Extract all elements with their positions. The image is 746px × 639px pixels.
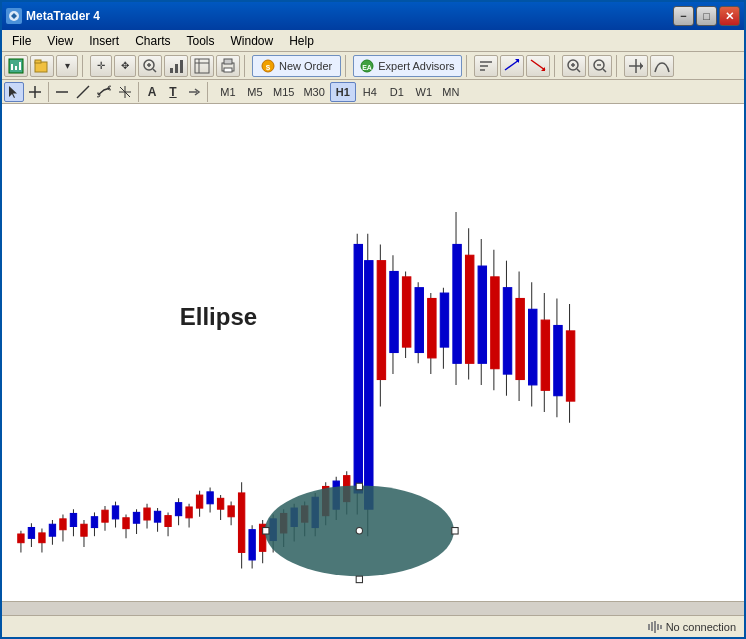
toolbar-sync-btn[interactable]: [624, 55, 648, 77]
svg-line-45: [77, 86, 89, 98]
toolbar-sep6: [616, 55, 620, 77]
tf-m1[interactable]: M1: [215, 82, 241, 102]
tf-m30[interactable]: M30: [299, 82, 328, 102]
toolbar2-sep3: [207, 82, 208, 102]
tool-trend-btn[interactable]: [94, 82, 114, 102]
chart-area[interactable]: Ellipse: [2, 104, 744, 601]
svg-rect-121: [390, 271, 398, 352]
svg-rect-131: [453, 244, 461, 363]
svg-rect-139: [503, 288, 511, 374]
svg-rect-95: [238, 493, 244, 552]
menu-insert[interactable]: Insert: [81, 32, 127, 50]
svg-rect-91: [217, 498, 223, 509]
svg-rect-13: [180, 60, 183, 73]
handle-center[interactable]: [356, 528, 362, 534]
toolbar-crosshair-btn[interactable]: ✛: [90, 55, 112, 77]
svg-text:$: $: [266, 63, 271, 72]
toolbar-zoomout-btn[interactable]: [588, 55, 612, 77]
svg-marker-39: [640, 62, 643, 70]
ellipse-label: Ellipse: [180, 303, 257, 331]
toolbar-move-btn[interactable]: ✥: [114, 55, 136, 77]
svg-rect-143: [529, 309, 537, 385]
svg-rect-77: [144, 508, 150, 520]
toolbar2-sep2: [138, 82, 139, 102]
svg-rect-125: [415, 288, 423, 353]
toolbar-sep5: [554, 55, 558, 77]
svg-rect-149: [566, 331, 574, 401]
toolbar-zoomin2-btn[interactable]: [562, 55, 586, 77]
svg-rect-127: [428, 298, 436, 357]
svg-rect-81: [165, 516, 171, 527]
toolbar-sort-btn[interactable]: [474, 55, 498, 77]
svg-rect-141: [516, 298, 524, 379]
svg-rect-117: [365, 261, 373, 510]
tf-m5[interactable]: M5: [242, 82, 268, 102]
handle-right[interactable]: [452, 528, 458, 534]
svg-rect-123: [402, 277, 410, 347]
horizontal-scrollbar[interactable]: [2, 601, 744, 615]
toolbar-new-chart-btn[interactable]: [4, 55, 28, 77]
tool-text-btn[interactable]: A: [142, 82, 162, 102]
toolbar1: ▾ ✛ ✥ $ New Order EA Expert Advisors: [2, 52, 744, 80]
tf-d1[interactable]: D1: [384, 82, 410, 102]
minimize-button[interactable]: −: [673, 6, 694, 26]
svg-rect-129: [440, 293, 448, 347]
svg-rect-97: [249, 530, 255, 560]
svg-rect-59: [49, 524, 55, 536]
tool-arrow-btn[interactable]: [184, 82, 204, 102]
svg-rect-6: [35, 60, 41, 63]
svg-rect-93: [228, 506, 234, 517]
handle-left[interactable]: [263, 528, 269, 534]
expert-advisors-label: Expert Advisors: [378, 60, 454, 72]
svg-rect-12: [175, 64, 178, 73]
maximize-button[interactable]: □: [696, 6, 717, 26]
toolbar-chart-props-btn[interactable]: [164, 55, 188, 77]
handle-top[interactable]: [356, 483, 362, 489]
tool-diag-btn[interactable]: [73, 82, 93, 102]
svg-rect-61: [60, 519, 66, 530]
tf-h1[interactable]: H1: [330, 82, 356, 102]
toolbar-open-btn[interactable]: [30, 55, 54, 77]
svg-rect-67: [91, 517, 97, 528]
tool-crosshair-btn[interactable]: [25, 82, 45, 102]
svg-line-8: [153, 69, 156, 72]
menu-file[interactable]: File: [4, 32, 39, 50]
timeframe-buttons: M1 M5 M15 M30 H1 H4 D1 W1 MN: [215, 82, 464, 102]
window-title: MetaTrader 4: [26, 9, 100, 23]
close-button[interactable]: ✕: [719, 6, 740, 26]
tool-label-btn[interactable]: T: [163, 82, 183, 102]
svg-text:EA: EA: [362, 64, 372, 71]
toolbar-sell-btn[interactable]: [526, 55, 550, 77]
toolbar-indicator-btn[interactable]: [650, 55, 674, 77]
svg-rect-73: [123, 518, 129, 529]
toolbar-template-btn[interactable]: [190, 55, 214, 77]
toolbar-dropdown-btn[interactable]: ▾: [56, 55, 78, 77]
svg-rect-18: [224, 59, 232, 64]
toolbar-buy-btn[interactable]: [500, 55, 524, 77]
tool-line-btn[interactable]: [52, 82, 72, 102]
menu-tools[interactable]: Tools: [179, 32, 223, 50]
toolbar-print-btn[interactable]: [216, 55, 240, 77]
tool-crosslines-btn[interactable]: [115, 82, 135, 102]
svg-rect-63: [70, 513, 76, 526]
tf-h4[interactable]: H4: [357, 82, 383, 102]
toolbar-sep2: [244, 55, 248, 77]
menu-charts[interactable]: Charts: [127, 32, 178, 50]
tool-cursor-btn[interactable]: [4, 82, 24, 102]
expert-advisors-button[interactable]: EA Expert Advisors: [353, 55, 461, 77]
menu-view[interactable]: View: [39, 32, 81, 50]
app-icon: [6, 8, 22, 24]
menu-help[interactable]: Help: [281, 32, 322, 50]
status-indicator: No connection: [648, 621, 736, 633]
menu-window[interactable]: Window: [223, 32, 282, 50]
tf-w1[interactable]: W1: [411, 82, 437, 102]
toolbar-zoomin-btn[interactable]: [138, 55, 162, 77]
handle-bottom[interactable]: [356, 576, 362, 582]
tf-m15[interactable]: M15: [269, 82, 298, 102]
svg-rect-11: [170, 68, 173, 73]
new-order-button[interactable]: $ New Order: [252, 55, 341, 77]
title-bar: MetaTrader 4 − □ ✕: [2, 2, 744, 30]
tf-mn[interactable]: MN: [438, 82, 464, 102]
svg-rect-71: [112, 506, 118, 519]
svg-rect-83: [175, 503, 181, 516]
